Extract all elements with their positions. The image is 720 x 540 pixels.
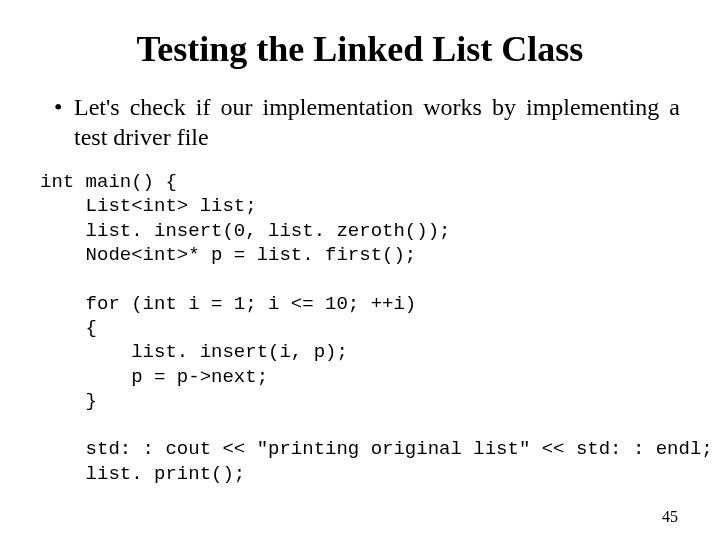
bullet-block: • Let's check if our implementation work…	[54, 92, 680, 152]
page-number: 45	[662, 508, 678, 526]
bullet-item: • Let's check if our implementation work…	[54, 92, 680, 152]
bullet-text: Let's check if our implementation works …	[74, 92, 680, 152]
slide: Testing the Linked List Class • Let's ch…	[0, 0, 720, 540]
code-block: int main() { List<int> list; list. inser…	[40, 170, 680, 486]
slide-title: Testing the Linked List Class	[40, 28, 680, 70]
bullet-dot-icon: •	[54, 92, 74, 122]
